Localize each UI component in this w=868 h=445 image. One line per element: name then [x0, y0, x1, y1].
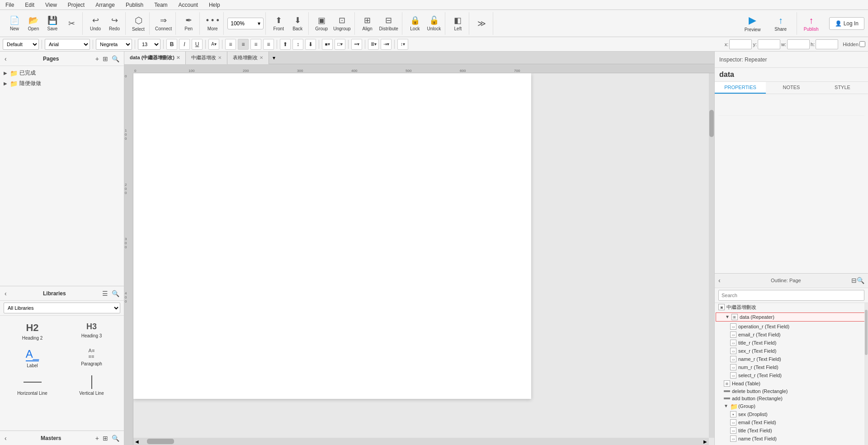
tab-data[interactable]: data (中繼器增刪改) ✕ [124, 52, 186, 64]
ungroup-button[interactable]: ⊡ Ungroup [331, 13, 352, 34]
group-button[interactable]: ▣ Group [312, 13, 330, 34]
tab-table[interactable]: 表格增刪改 ✕ [227, 52, 269, 64]
menu-publish[interactable]: Publish [124, 1, 145, 9]
share-button[interactable]: ↑ Share [769, 12, 793, 35]
masters-search-icon[interactable]: 🔍 [111, 434, 120, 443]
tree-item-num-r[interactable]: ▭ num_r (Text Field) [715, 363, 868, 371]
style-select[interactable]: Default [3, 39, 39, 50]
weight-select[interactable]: Negreta [96, 39, 132, 50]
canvas-wrapper[interactable]: 0 100 200 300 400 500 600 700 0 100 200 … [124, 64, 714, 445]
tree-item-page[interactable]: ▣ 中繼器增刪改 [715, 303, 868, 312]
coord-h-input[interactable] [816, 39, 838, 49]
pages-add-icon[interactable]: + [94, 54, 100, 63]
publish-button[interactable]: ↑ Publish [797, 12, 826, 35]
lib-hline[interactable]: Horizontal Line [4, 373, 61, 398]
menu-account[interactable]: Account [177, 1, 200, 9]
tree-item-select-r[interactable]: ▭ select_r (Text Field) [715, 371, 868, 379]
menu-team[interactable]: Team [152, 1, 169, 9]
undo-button[interactable]: ↩ Undo [86, 13, 104, 34]
menu-arrange[interactable]: Arrange [94, 1, 117, 9]
coord-x-input[interactable] [729, 39, 752, 49]
align-right-button[interactable]: ≡ [250, 39, 261, 50]
pages-search-icon[interactable]: 🔍 [111, 54, 120, 63]
canvas-scrollbar-v[interactable] [709, 73, 714, 438]
open-button[interactable]: 📂 Open [24, 13, 42, 34]
tree-item-name[interactable]: ▭ name (Text Field) [715, 435, 868, 443]
lib-vline[interactable]: Vertical Line [63, 373, 120, 398]
outline-scrollbar[interactable] [864, 303, 868, 445]
tab-style[interactable]: STYLE [817, 82, 868, 94]
tab-table-close[interactable]: ✕ [259, 55, 263, 60]
save-button[interactable]: 💾 Save [43, 13, 61, 34]
outline-filter-icon[interactable]: ⊟ [851, 277, 857, 284]
preview-button[interactable]: ▶ Preview [741, 12, 765, 35]
border-style-button[interactable]: ━▾ [351, 39, 362, 50]
menu-file[interactable]: File [4, 1, 16, 9]
tree-item-sex-r[interactable]: ▭ sex_r (Text Field) [715, 347, 868, 355]
tree-item-email-r[interactable]: ▭ email_r (Text Field) [715, 331, 868, 339]
masters-add-icon[interactable]: + [94, 434, 100, 443]
page-folder-suibian[interactable]: ▶ 📁 隨便做做 [2, 78, 122, 89]
menu-view[interactable]: View [43, 1, 59, 9]
login-button[interactable]: 👤 Log In [829, 17, 864, 30]
more-button[interactable]: • • • More [203, 13, 222, 34]
underline-button[interactable]: U [192, 39, 203, 50]
tree-item-title[interactable]: ▭ title (Text Field) [715, 426, 868, 435]
fill-color-button[interactable]: ■▾ [322, 39, 333, 50]
align-button[interactable]: ⊞ Align [359, 13, 377, 34]
hidden-checkbox[interactable] [859, 41, 865, 47]
tree-item-add-btn[interactable]: add button (Rectangle) [715, 395, 868, 402]
tree-item-operation-r[interactable]: ▭ operation_r (Text Field) [715, 322, 868, 331]
lib-label[interactable]: A_ Label [4, 345, 61, 371]
lib-select[interactable]: All Libraries [4, 303, 120, 313]
outline-search-icon[interactable]: 🔍 [857, 277, 864, 284]
italic-button[interactable]: I [179, 39, 190, 50]
tree-item-delete-btn[interactable]: delete button (Rectangle) [715, 388, 868, 395]
lib-heading3[interactable]: H3 Heading 3 [63, 319, 120, 343]
pen-button[interactable]: ✒ Pen [179, 13, 198, 34]
distribute-button[interactable]: ⊟ Distribute [377, 13, 400, 34]
valign-mid-button[interactable]: ↕ [292, 39, 303, 50]
tree-item-sex[interactable]: ▾ sex (Droplist) [715, 410, 868, 418]
masters-collapse-icon[interactable]: ‹ [4, 434, 8, 443]
bold-button[interactable]: B [166, 39, 177, 50]
menu-help[interactable]: Help [207, 1, 222, 9]
font-select[interactable]: Arial [45, 39, 90, 50]
valign-top-button[interactable]: ⬆ [280, 39, 291, 50]
align-left-button[interactable]: ≡ [225, 39, 236, 50]
menu-project[interactable]: Project [66, 1, 86, 9]
back-button[interactable]: ⬇ Back [288, 13, 307, 34]
lib-search-icon[interactable]: 🔍 [111, 289, 120, 298]
cut-button[interactable]: ✂ [62, 13, 80, 34]
size-select[interactable]: 13 [138, 39, 160, 50]
pages-collapse-icon[interactable]: ‹ [4, 54, 8, 63]
list-button[interactable]: ≣▾ [368, 39, 379, 50]
expand-button[interactable]: ≫ [473, 13, 491, 34]
tab-notes[interactable]: NOTES [766, 82, 817, 94]
align-justify-button[interactable]: ≡ [263, 39, 274, 50]
font-color-button[interactable]: A▾ [208, 39, 219, 50]
tab-repeater-close[interactable]: ✕ [218, 55, 222, 60]
tree-item-email[interactable]: ▭ email (Text Field) [715, 418, 868, 426]
masters-menu-icon[interactable]: ⊞ [102, 434, 109, 443]
valign-bot-button[interactable]: ⬇ [305, 39, 316, 50]
tab-repeater[interactable]: 中繼器增改 ✕ [186, 52, 227, 64]
lib-heading2[interactable]: H2 Heading 2 [4, 319, 61, 343]
zoom-input[interactable]: 100% ▾ [227, 18, 264, 29]
outline-search-input[interactable] [718, 290, 864, 301]
tree-item-name-r[interactable]: ▭ name_r (Text Field) [715, 355, 868, 363]
lib-menu-icon[interactable]: ☰ [101, 289, 109, 298]
lib-paragraph[interactable]: A≡≡≡ Paragraph [63, 345, 120, 371]
tab-dropdown[interactable]: ▾ [269, 55, 279, 61]
menu-edit[interactable]: Edit [23, 1, 36, 9]
align-center-button[interactable]: ≡ [238, 39, 249, 50]
tab-properties[interactable]: PROPERTIES [715, 82, 766, 94]
canvas-scrollbar-h[interactable]: ◀ ▶ [133, 438, 709, 445]
pages-options-icon[interactable]: ⊞ [102, 54, 109, 63]
tab-data-close[interactable]: ✕ [176, 55, 180, 60]
tree-item-head[interactable]: ⊞ Head (Table) [715, 379, 868, 388]
connect-button[interactable]: ⇒ Connect [153, 13, 174, 34]
indent-button[interactable]: ⇥▾ [381, 39, 392, 50]
line-height-button[interactable]: ↕▾ [397, 39, 408, 50]
tree-item-repeater[interactable]: ▼ ⊞ data (Repeater) [716, 312, 867, 322]
